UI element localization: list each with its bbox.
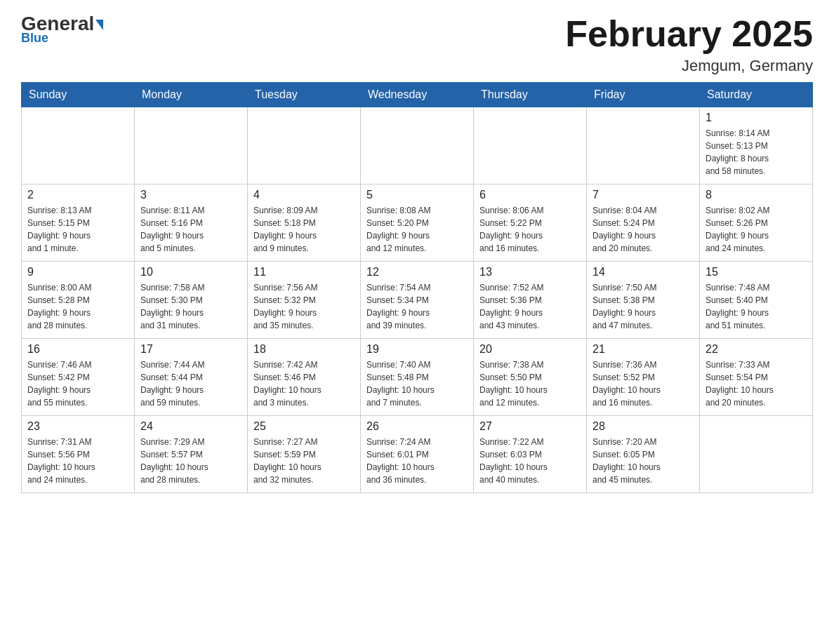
day-of-week-header: Monday [135, 83, 248, 107]
calendar-cell: 12Sunrise: 7:54 AM Sunset: 5:34 PM Dayli… [361, 262, 474, 339]
logo-sub-text: Blue [21, 31, 48, 46]
calendar-week-row: 23Sunrise: 7:31 AM Sunset: 5:56 PM Dayli… [22, 416, 813, 493]
day-of-week-header: Thursday [474, 83, 587, 107]
day-info: Sunrise: 7:58 AM Sunset: 5:30 PM Dayligh… [140, 281, 241, 332]
day-of-week-header: Sunday [22, 83, 135, 107]
calendar-cell: 22Sunrise: 7:33 AM Sunset: 5:54 PM Dayli… [700, 339, 813, 416]
calendar-cell: 24Sunrise: 7:29 AM Sunset: 5:57 PM Dayli… [135, 416, 248, 493]
day-info: Sunrise: 8:08 AM Sunset: 5:20 PM Dayligh… [366, 204, 468, 255]
location-text: Jemgum, Germany [565, 57, 813, 75]
day-number: 23 [27, 420, 128, 433]
day-info: Sunrise: 7:22 AM Sunset: 6:03 PM Dayligh… [479, 436, 581, 486]
day-number: 9 [27, 266, 128, 279]
calendar-cell: 2Sunrise: 8:13 AM Sunset: 5:15 PM Daylig… [22, 185, 135, 262]
calendar-cell: 17Sunrise: 7:44 AM Sunset: 5:44 PM Dayli… [135, 339, 248, 416]
calendar-week-row: 2Sunrise: 8:13 AM Sunset: 5:15 PM Daylig… [22, 185, 813, 262]
calendar-cell: 13Sunrise: 7:52 AM Sunset: 5:36 PM Dayli… [474, 262, 587, 339]
calendar-cell: 11Sunrise: 7:56 AM Sunset: 5:32 PM Dayli… [248, 262, 361, 339]
day-number: 5 [366, 189, 468, 201]
calendar-cell: 21Sunrise: 7:36 AM Sunset: 5:52 PM Dayli… [587, 339, 700, 416]
day-number: 7 [593, 189, 694, 201]
day-number: 1 [706, 112, 807, 124]
calendar-cell: 28Sunrise: 7:20 AM Sunset: 6:05 PM Dayli… [587, 416, 700, 493]
calendar-cell [700, 416, 813, 493]
calendar-cell: 23Sunrise: 7:31 AM Sunset: 5:56 PM Dayli… [22, 416, 135, 493]
day-number: 2 [27, 189, 128, 201]
calendar-cell [587, 107, 700, 185]
day-info: Sunrise: 7:24 AM Sunset: 6:01 PM Dayligh… [366, 436, 468, 486]
day-info: Sunrise: 7:50 AM Sunset: 5:38 PM Dayligh… [593, 281, 694, 332]
day-info: Sunrise: 8:14 AM Sunset: 5:13 PM Dayligh… [706, 127, 807, 177]
calendar-cell: 14Sunrise: 7:50 AM Sunset: 5:38 PM Dayli… [587, 262, 700, 339]
day-of-week-header: Tuesday [248, 83, 361, 107]
calendar-cell: 7Sunrise: 8:04 AM Sunset: 5:24 PM Daylig… [587, 185, 700, 262]
day-number: 24 [140, 420, 241, 433]
day-info: Sunrise: 7:52 AM Sunset: 5:36 PM Dayligh… [479, 281, 581, 332]
day-number: 20 [479, 343, 581, 356]
day-number: 25 [253, 420, 355, 433]
calendar-cell [248, 107, 361, 185]
day-info: Sunrise: 8:11 AM Sunset: 5:16 PM Dayligh… [140, 204, 241, 255]
calendar-cell: 15Sunrise: 7:48 AM Sunset: 5:40 PM Dayli… [700, 262, 813, 339]
logo: General Blue [21, 14, 103, 46]
calendar-cell: 10Sunrise: 7:58 AM Sunset: 5:30 PM Dayli… [135, 262, 248, 339]
calendar-cell: 9Sunrise: 8:00 AM Sunset: 5:28 PM Daylig… [22, 262, 135, 339]
day-of-week-header: Saturday [700, 83, 813, 107]
calendar-cell: 19Sunrise: 7:40 AM Sunset: 5:48 PM Dayli… [361, 339, 474, 416]
calendar-title: February 2025 [565, 14, 813, 54]
day-number: 18 [253, 343, 355, 356]
calendar-cell: 25Sunrise: 7:27 AM Sunset: 5:59 PM Dayli… [248, 416, 361, 493]
day-info: Sunrise: 8:09 AM Sunset: 5:18 PM Dayligh… [253, 204, 355, 255]
day-number: 17 [140, 343, 241, 356]
day-number: 14 [593, 266, 694, 279]
day-info: Sunrise: 7:54 AM Sunset: 5:34 PM Dayligh… [366, 281, 468, 332]
calendar-cell: 8Sunrise: 8:02 AM Sunset: 5:26 PM Daylig… [700, 185, 813, 262]
day-info: Sunrise: 7:20 AM Sunset: 6:05 PM Dayligh… [593, 436, 694, 486]
day-of-week-header: Friday [587, 83, 700, 107]
day-info: Sunrise: 8:00 AM Sunset: 5:28 PM Dayligh… [27, 281, 128, 332]
day-info: Sunrise: 7:48 AM Sunset: 5:40 PM Dayligh… [706, 281, 807, 332]
day-info: Sunrise: 7:40 AM Sunset: 5:48 PM Dayligh… [366, 358, 468, 409]
day-info: Sunrise: 7:31 AM Sunset: 5:56 PM Dayligh… [27, 436, 128, 486]
day-of-week-header: Wednesday [361, 83, 474, 107]
day-number: 22 [706, 343, 807, 356]
day-info: Sunrise: 8:13 AM Sunset: 5:15 PM Dayligh… [27, 204, 128, 255]
title-block: February 2025 Jemgum, Germany [565, 14, 813, 75]
day-info: Sunrise: 8:04 AM Sunset: 5:24 PM Dayligh… [593, 204, 694, 255]
calendar-cell: 18Sunrise: 7:42 AM Sunset: 5:46 PM Dayli… [248, 339, 361, 416]
day-info: Sunrise: 7:27 AM Sunset: 5:59 PM Dayligh… [253, 436, 355, 486]
day-info: Sunrise: 7:46 AM Sunset: 5:42 PM Dayligh… [27, 358, 128, 409]
day-number: 15 [706, 266, 807, 279]
day-info: Sunrise: 7:38 AM Sunset: 5:50 PM Dayligh… [479, 358, 581, 409]
calendar-cell: 16Sunrise: 7:46 AM Sunset: 5:42 PM Dayli… [22, 339, 135, 416]
calendar-cell [22, 107, 135, 185]
day-number: 13 [479, 266, 581, 279]
calendar-cell: 6Sunrise: 8:06 AM Sunset: 5:22 PM Daylig… [474, 185, 587, 262]
day-number: 12 [366, 266, 468, 279]
calendar-week-row: 9Sunrise: 8:00 AM Sunset: 5:28 PM Daylig… [22, 262, 813, 339]
day-number: 16 [27, 343, 128, 356]
day-info: Sunrise: 7:56 AM Sunset: 5:32 PM Dayligh… [253, 281, 355, 332]
day-number: 26 [366, 420, 468, 433]
day-number: 19 [366, 343, 468, 356]
calendar-table: SundayMondayTuesdayWednesdayThursdayFrid… [21, 82, 813, 493]
day-info: Sunrise: 7:33 AM Sunset: 5:54 PM Dayligh… [706, 358, 807, 409]
calendar-cell: 20Sunrise: 7:38 AM Sunset: 5:50 PM Dayli… [474, 339, 587, 416]
day-info: Sunrise: 7:44 AM Sunset: 5:44 PM Dayligh… [140, 358, 241, 409]
calendar-week-row: 16Sunrise: 7:46 AM Sunset: 5:42 PM Dayli… [22, 339, 813, 416]
calendar-cell: 5Sunrise: 8:08 AM Sunset: 5:20 PM Daylig… [361, 185, 474, 262]
calendar-cell: 3Sunrise: 8:11 AM Sunset: 5:16 PM Daylig… [135, 185, 248, 262]
calendar-cell: 1Sunrise: 8:14 AM Sunset: 5:13 PM Daylig… [700, 107, 813, 185]
calendar-week-row: 1Sunrise: 8:14 AM Sunset: 5:13 PM Daylig… [22, 107, 813, 185]
day-number: 6 [479, 189, 581, 201]
calendar-cell [474, 107, 587, 185]
day-info: Sunrise: 7:29 AM Sunset: 5:57 PM Dayligh… [140, 436, 241, 486]
page-header: General Blue February 2025 Jemgum, Germa… [21, 14, 813, 75]
calendar-cell [361, 107, 474, 185]
day-number: 3 [140, 189, 241, 201]
calendar-header-row: SundayMondayTuesdayWednesdayThursdayFrid… [22, 83, 813, 107]
day-info: Sunrise: 7:42 AM Sunset: 5:46 PM Dayligh… [253, 358, 355, 409]
day-number: 4 [253, 189, 355, 201]
calendar-cell: 4Sunrise: 8:09 AM Sunset: 5:18 PM Daylig… [248, 185, 361, 262]
day-number: 28 [593, 420, 694, 433]
